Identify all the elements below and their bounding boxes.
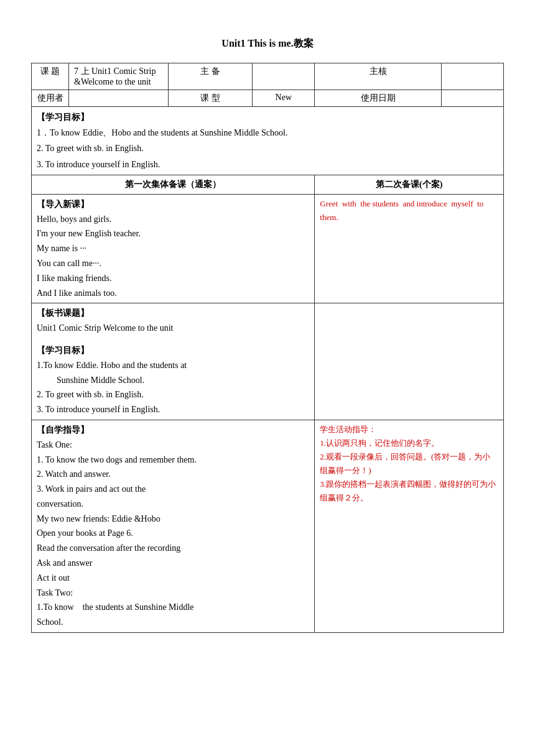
label-shiyongzhe: 使用者: [32, 90, 69, 107]
task2-item1: 1.To know the students at Sunshine Middl…: [37, 600, 309, 615]
right-item2: 2.观看一段录像后，回答问题。(答对一题，为小组赢得一分！): [320, 450, 498, 477]
task2-item1b: School.: [37, 615, 309, 630]
shiyongriqi-value: [442, 90, 504, 107]
task1-item7: Ask and answer: [37, 556, 309, 571]
objectives-header: 【学习目标】: [37, 109, 498, 125]
task2-header: Task Two:: [37, 586, 309, 601]
label-keti: 课 题: [32, 63, 69, 90]
course-name: 7 上 Unit1 Comic Strip &Welcome to the un…: [69, 63, 169, 90]
section1-content: 【导入新课】 Hello, boys and girls. I'm your n…: [32, 194, 315, 303]
objectives-row: 【学习目标】 1．To know Eddie、Hobo and the stud…: [32, 107, 504, 175]
section2-header1: 【板书课题】: [37, 306, 309, 321]
task1-header: Task One:: [37, 438, 309, 453]
col2-header: 第二次备课(个案): [315, 175, 504, 194]
section2-item1: 1.To know Eddie. Hobo and the students a…: [37, 358, 309, 373]
page-title: Unit1 This is me.教案: [31, 37, 504, 50]
section1-line1: Hello, boys and girls.: [37, 212, 309, 227]
task1-item3b: conversation.: [37, 497, 309, 512]
task1-item3: 3. Work in pairs and act out the: [37, 482, 309, 497]
objectives-cell: 【学习目标】 1．To know Eddie、Hobo and the stud…: [32, 107, 504, 175]
section-header-row: 第一次集体备课（通案） 第二次备课(个案): [32, 175, 504, 194]
label-zhibei: 主 备: [169, 63, 253, 90]
section1-line6: And I like animals too.: [37, 286, 309, 301]
section1-line3: My name is ···: [37, 241, 309, 256]
section1-right: Greet with the students and introduce my…: [315, 194, 504, 303]
right-item1: 1.认识两只狗，记住他们的名字。: [320, 436, 498, 450]
header-row-1: 课 题 7 上 Unit1 Comic Strip &Welcome to th…: [32, 63, 504, 90]
section1-line2: I'm your new English teacher.: [37, 226, 309, 241]
section2-item2: 2. To greet with sb. in English.: [37, 387, 309, 402]
task1-item8: Act it out: [37, 571, 309, 586]
right-header: 学生活动指导：: [320, 423, 498, 436]
col1-header: 第一次集体备课（通案）: [32, 175, 315, 194]
task1-item6: Read the conversation after the recordin…: [37, 541, 309, 556]
label-kexing: 课 型: [169, 90, 253, 107]
section2-content: 【板书课题】 Unit1 Comic Strip Welcome to the …: [32, 303, 315, 420]
section3-header: 【自学指导】: [37, 423, 309, 438]
shiyongzhe-value: [69, 90, 169, 107]
right-item3: 3.跟你的搭档一起表演者四幅图，做得好的可为小组赢得２分。: [320, 477, 498, 505]
section2-row: 【板书课题】 Unit1 Comic Strip Welcome to the …: [32, 303, 504, 420]
section3-content: 【自学指导】 Task One: 1. To know the two dogs…: [32, 420, 315, 632]
task1-item1: 1. To know the two dogs and remember the…: [37, 453, 309, 468]
objective-2: 2. To greet with sb. in English.: [37, 141, 498, 156]
label-shiyongriqi: 使用日期: [315, 90, 442, 107]
task1-item2: 2. Watch and answer.: [37, 467, 309, 482]
section3-row: 【自学指导】 Task One: 1. To know the two dogs…: [32, 420, 504, 632]
task1-item5: Open your books at Page 6.: [37, 526, 309, 541]
objective-1: 1．To know Eddie、Hobo and the students at…: [37, 125, 498, 141]
section2-item1b: Sunshine Middle School.: [57, 373, 309, 388]
section2-header2: 【学习目标】: [37, 343, 309, 358]
task1-item4: My two new friends: Eddie &Hobo: [37, 512, 309, 527]
section3-right: 学生活动指导： 1.认识两只狗，记住他们的名字。 2.观看一段录像后，回答问题。…: [315, 420, 504, 632]
zhibei-value: [253, 63, 315, 90]
section1-row: 【导入新课】 Hello, boys and girls. I'm your n…: [32, 194, 504, 303]
section1-line4: You can call me···.: [37, 256, 309, 271]
main-table: 课 题 7 上 Unit1 Comic Strip &Welcome to th…: [31, 63, 504, 633]
zhuhe-value: [442, 63, 504, 90]
label-zhuhe: 主核: [315, 63, 442, 90]
section1-line5: I like making friends.: [37, 271, 309, 286]
kexing-value: New: [253, 90, 315, 107]
section2-line1: Unit1 Comic Strip Welcome to the unit: [37, 321, 309, 336]
section2-item3: 3. To introduce yourself in English.: [37, 402, 309, 417]
section1-header: 【导入新课】: [37, 197, 309, 212]
objective-3: 3. To introduce yourself in English.: [37, 157, 498, 172]
header-row-2: 使用者 课 型 New 使用日期: [32, 90, 504, 107]
section2-right: [315, 303, 504, 420]
